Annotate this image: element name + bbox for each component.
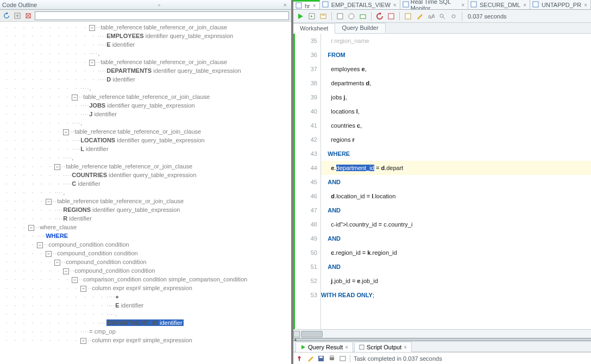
tree-node[interactable]: ·······−··table_reference table_referenc… — [2, 127, 291, 136]
code-line[interactable]: c.region_id = k.region_id — [321, 246, 591, 260]
tree-node[interactable]: ···············EMPLOYEES identifier quer… — [2, 32, 291, 40]
tree-toggle-icon[interactable]: − — [54, 260, 60, 266]
tree-node[interactable]: ·············, — [2, 84, 291, 92]
tree-node[interactable]: ················● — [2, 292, 291, 301]
tree-toggle-icon[interactable]: − — [80, 338, 86, 344]
code-line[interactable]: d.location_id = l.location — [321, 189, 591, 203]
tree-toggle-icon[interactable]: − — [72, 95, 78, 101]
erase-icon[interactable] — [306, 355, 314, 362]
tree-node[interactable]: ··············, — [2, 49, 291, 58]
clear-icon[interactable] — [414, 11, 424, 21]
outline-close-icon[interactable]: × — [281, 2, 289, 8]
code-line[interactable]: AND — [321, 231, 591, 246]
code-area[interactable]: r.region_name FROM employees e, departme… — [321, 34, 591, 329]
tree-node[interactable]: ·············= cmp_op — [2, 327, 291, 336]
tree-node[interactable]: ···············DEPARTMENT_ID identifier — [2, 318, 291, 327]
tree-node[interactable]: ···········COUNTRIES identifier query_ta… — [2, 171, 291, 179]
code-line[interactable]: FROM — [321, 48, 591, 62]
result-tab-close-icon[interactable]: × — [404, 344, 407, 350]
tree-toggle-icon[interactable]: − — [89, 60, 95, 66]
splitter-grip[interactable] — [293, 338, 591, 341]
tree-node[interactable]: ······−··table_reference table_reference… — [2, 162, 291, 171]
run-script-icon[interactable] — [307, 11, 317, 21]
tab-worksheet[interactable]: Worksheet — [293, 23, 335, 34]
code-line[interactable]: r.region_name — [321, 34, 591, 48]
code-line[interactable]: WITH READ ONLY; — [321, 288, 591, 302]
tree-node[interactable]: ···········C identifier — [2, 179, 291, 188]
tree-node[interactable]: ············, — [2, 118, 291, 127]
to-upper-icon[interactable]: aA — [426, 11, 436, 21]
code-line[interactable]: AND — [321, 260, 591, 274]
commit-icon[interactable] — [358, 11, 368, 21]
tree-node[interactable]: ······−··compound_condition condition — [2, 258, 291, 266]
tree-node[interactable]: ···−··where_clause — [2, 223, 291, 231]
code-line[interactable]: WHERE — [321, 147, 591, 161]
sql-editor[interactable]: 35363738394041424344454647484950515253 r… — [293, 34, 591, 329]
tree-node[interactable]: ········−··comparison_condition conditio… — [2, 275, 291, 284]
print-icon[interactable] — [328, 355, 336, 362]
code-line[interactable]: e.department_id = d.depart — [321, 161, 591, 175]
file-tab[interactable]: SECURE_DML× — [468, 0, 530, 10]
explain-plan-icon[interactable] — [318, 11, 328, 21]
sql-tuning-icon[interactable] — [347, 11, 356, 21]
tab-close-icon[interactable]: × — [313, 3, 316, 9]
code-line[interactable]: AND — [321, 203, 591, 217]
outline-search-input[interactable] — [35, 11, 289, 20]
tree-node[interactable]: ···········, — [2, 153, 291, 162]
save-icon[interactable] — [317, 355, 325, 362]
tree-node[interactable]: ··········R identifier — [2, 214, 291, 223]
tree-node[interactable]: ········−··table_reference table_referen… — [2, 92, 291, 101]
run-icon[interactable] — [296, 11, 305, 21]
unshared-icon[interactable] — [386, 11, 396, 21]
code-line[interactable]: AND — [321, 175, 591, 189]
tree-node[interactable]: ········WHERE — [2, 231, 291, 240]
tree-node[interactable]: ··········, — [2, 188, 291, 197]
tree-node[interactable]: ·····−··table_reference table_reference_… — [2, 197, 291, 205]
code-line[interactable]: j.job_id = e.job_id — [321, 274, 591, 288]
buffer-icon[interactable] — [339, 355, 347, 362]
outline-minimize-icon[interactable]: ▫ — [156, 2, 162, 8]
tree-node[interactable]: ·····−··compound_condition condition — [2, 249, 291, 258]
refresh-icon[interactable] — [2, 11, 11, 20]
result-tab-close-icon[interactable]: × — [345, 344, 348, 350]
tree-node[interactable]: ····−··compound_condition condition — [2, 240, 291, 249]
tree-toggle-icon[interactable]: − — [46, 199, 52, 205]
tree-node[interactable]: ············L identifier — [2, 145, 291, 153]
find-icon[interactable] — [437, 11, 447, 21]
tree-node[interactable]: ··········REGIONS identifier query_table… — [2, 205, 291, 214]
settings-icon[interactable] — [449, 11, 458, 21]
expand-icon[interactable] — [13, 11, 22, 20]
tree-node[interactable]: ·········−··column expr expr# simple_exp… — [2, 336, 291, 344]
tree-node[interactable]: ···············E identifier — [2, 40, 291, 49]
code-line[interactable]: countries c, — [321, 118, 591, 133]
tree-toggle-icon[interactable]: − — [63, 268, 69, 274]
tab-close-icon[interactable]: × — [584, 2, 587, 8]
outline-tree[interactable]: ··········−··table_reference table_refer… — [0, 22, 291, 364]
delete-icon[interactable] — [24, 11, 33, 20]
tree-node[interactable]: ··········−··table_reference table_refer… — [2, 58, 291, 66]
tree-node[interactable]: ···············DEPARTMENTS identifier qu… — [2, 66, 291, 75]
tree-toggle-icon[interactable]: − — [54, 164, 60, 170]
tree-node[interactable]: ················E identifier — [2, 301, 291, 310]
file-tab[interactable]: UNTAPPD_PR× — [530, 0, 591, 10]
result-tab[interactable]: Script Output× — [354, 342, 412, 352]
tab-close-icon[interactable]: × — [523, 2, 526, 8]
scroll-thumb[interactable] — [301, 331, 323, 337]
code-line[interactable]: locations l, — [321, 104, 591, 118]
tree-toggle-icon[interactable]: − — [37, 242, 43, 248]
tree-node[interactable]: ·······−··compound_condition condition — [2, 266, 291, 275]
tree-node[interactable]: ···············D identifier — [2, 75, 291, 84]
tree-toggle-icon[interactable]: − — [63, 129, 69, 135]
tree-toggle-icon[interactable]: − — [80, 286, 86, 292]
tab-close-icon[interactable]: × — [393, 2, 397, 8]
tree-node[interactable]: ············LOCATIONS identifier query_t… — [2, 136, 291, 145]
tree-toggle-icon[interactable]: − — [28, 225, 34, 231]
editor-hscrollbar[interactable] — [293, 329, 591, 338]
file-tab[interactable]: EMP_DETAILS_VIEW× — [320, 0, 400, 10]
tree-node[interactable]: ·············JOBS identifier query_table… — [2, 101, 291, 110]
file-tab[interactable]: Real Time SQL Monitor× — [400, 0, 468, 10]
tree-node[interactable]: ·············J identifier — [2, 110, 291, 118]
result-tab[interactable]: Query Result× — [296, 342, 353, 352]
tree-node[interactable]: ················. — [2, 310, 291, 318]
code-line[interactable]: jobs j, — [321, 90, 591, 104]
